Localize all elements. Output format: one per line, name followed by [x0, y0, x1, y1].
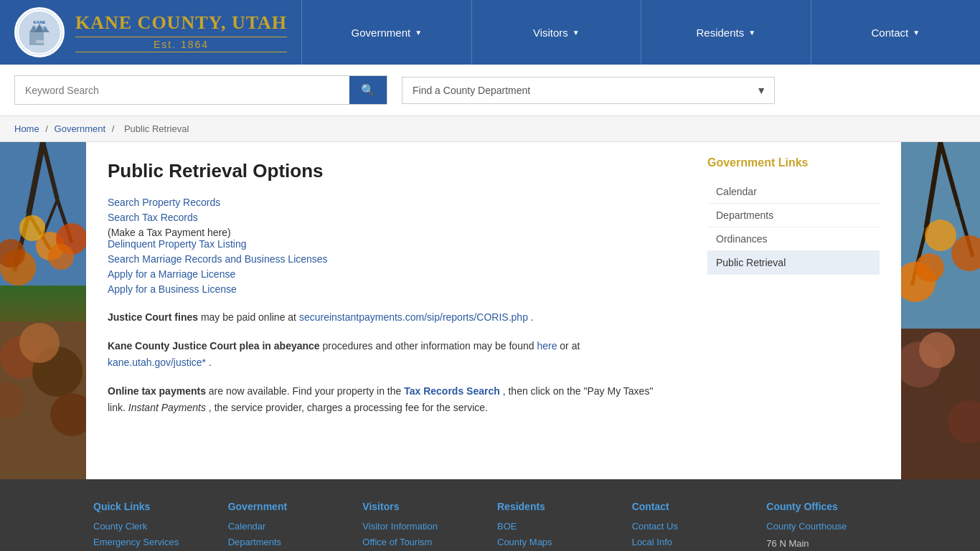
footer-link-calendar[interactable]: Calendar	[228, 521, 349, 532]
keyword-search-wrap: 🔍	[14, 75, 387, 105]
sidebar-link-calendar[interactable]: Calendar	[707, 180, 880, 204]
svg-point-25	[19, 323, 60, 363]
footer-link-courthouse[interactable]: County Courthouse	[766, 521, 887, 532]
hero-bg-left	[0, 142, 86, 479]
footer-col-quick-links: Quick Links County Clerk Emergency Servi…	[93, 501, 214, 551]
footer-link-tourism[interactable]: Office of Tourism	[362, 537, 483, 547]
search-button[interactable]: 🔍	[349, 76, 387, 104]
footer-heading-contact: Contact	[632, 501, 753, 512]
footer-link-local-info[interactable]: Local Info	[632, 537, 753, 547]
county-seal: KANE COUNTY 1899	[14, 7, 65, 57]
footer-link-departments[interactable]: Departments	[228, 537, 349, 547]
svg-point-35	[925, 220, 956, 251]
justice-court-text1: procedures and other information may be …	[323, 340, 537, 352]
justice-fines-bold: Justice Court fines	[108, 311, 198, 323]
content-area: Public Retrieval Options Search Property…	[86, 142, 693, 479]
footer-link-emergency-services[interactable]: Emergency Services	[93, 537, 214, 547]
site-subtitle: Est. 1864	[75, 37, 287, 52]
online-tax-bold: Online tax payments	[108, 385, 206, 397]
kane-utah-link[interactable]: kane.utah.gov/justice*	[108, 357, 206, 368]
tax-records-strong: Tax Records Search	[404, 385, 500, 397]
keyword-search-input[interactable]	[15, 77, 349, 103]
footer-grid: Quick Links County Clerk Emergency Servi…	[93, 501, 887, 551]
breadcrumb-separator: /	[112, 123, 117, 134]
link-property-records[interactable]: Search Property Records	[108, 197, 672, 208]
main-wrapper: Public Retrieval Options Search Property…	[0, 142, 980, 479]
link-marriage-license[interactable]: Apply for a Marriage License	[108, 268, 672, 280]
chevron-down-icon: ▼	[415, 29, 422, 37]
footer-link-visitor-info[interactable]: Visitor Information	[362, 521, 483, 532]
link-delinquent-tax[interactable]: Delinquent Property Tax Listing	[108, 238, 672, 250]
justice-court-period: .	[209, 357, 212, 368]
footer-address: 76 N MainKanab, UT 84741	[766, 538, 839, 551]
justice-court-bold: Kane County Justice Court plea in abeyan…	[108, 340, 320, 352]
svg-text:1899: 1899	[35, 39, 43, 44]
justice-court-para: Kane County Justice Court plea in abeyan…	[108, 338, 672, 370]
svg-point-19	[19, 215, 45, 241]
svg-point-21	[48, 244, 74, 270]
footer-col-residents: Residents BOE County Maps Payments	[497, 501, 618, 551]
svg-point-36	[915, 253, 944, 282]
online-tax-para: Online tax payments are now available. F…	[108, 383, 672, 415]
footer-col-visitors: Visitors Visitor Information Office of T…	[362, 501, 483, 551]
link-business-license[interactable]: Apply for a Business License	[108, 283, 672, 295]
site-name: Kane County, Utah	[75, 12, 287, 34]
nav-residents[interactable]: Residents ▼	[641, 0, 810, 65]
instant-payments-italic: Instant Payments	[128, 402, 206, 413]
site-footer: Quick Links County Clerk Emergency Servi…	[0, 479, 980, 551]
footer-heading-county-offices: County Offices	[766, 501, 887, 512]
chevron-down-icon: ▼	[913, 29, 920, 37]
chevron-down-icon: ▼	[573, 29, 580, 37]
breadcrumb-home[interactable]: Home	[14, 123, 39, 134]
svg-point-40	[919, 332, 955, 368]
footer-link-contact-us[interactable]: Contact Us	[632, 521, 753, 532]
sidebar-links: Calendar Departments Ordinances Public R…	[707, 180, 880, 275]
page-title: Public Retrieval Options	[108, 160, 672, 182]
nav-government[interactable]: Government ▼	[301, 0, 471, 65]
dept-select[interactable]: Find a County Department	[402, 77, 775, 104]
footer-heading-quick-links: Quick Links	[93, 501, 214, 512]
footer-heading-government: Government	[228, 501, 349, 512]
footer-col-government: Government Calendar Departments Ordinanc…	[228, 501, 349, 551]
breadcrumb-government[interactable]: Government	[55, 123, 106, 134]
justice-court-text2: or at	[560, 340, 580, 352]
nav-visitors[interactable]: Visitors ▼	[471, 0, 641, 65]
main-content: Public Retrieval Options Search Property…	[86, 142, 894, 479]
chevron-down-icon: ▼	[748, 29, 755, 37]
justice-fines-text1: may be paid online at	[201, 311, 299, 323]
main-nav: Government ▼ Visitors ▼ Residents ▼ Cont…	[301, 0, 980, 65]
justice-fines-link[interactable]: secureinstantpayments.com/sip/reports/CO…	[299, 311, 528, 323]
justice-fines-period: .	[531, 311, 534, 323]
sidebar-link-public-retrieval[interactable]: Public Retrieval	[707, 251, 880, 275]
search-icon: 🔍	[361, 84, 375, 96]
footer-link-boe[interactable]: BOE	[497, 521, 618, 532]
sidebar: Government Links Calendar Departments Or…	[693, 142, 894, 479]
justice-fines-para: Justice Court fines may be paid online a…	[108, 309, 672, 325]
tax-records-search-link[interactable]: Tax Records Search	[404, 385, 500, 397]
footer-heading-residents: Residents	[497, 501, 618, 512]
link-marriage-business[interactable]: Search Marriage Records and Business Lic…	[108, 253, 672, 265]
sidebar-link-departments[interactable]: Departments	[707, 204, 880, 227]
site-header: KANE COUNTY 1899 Kane County, Utah Est. …	[0, 0, 980, 65]
sidebar-link-ordinances[interactable]: Ordinances	[707, 227, 880, 251]
footer-col-county-offices: County Offices County Courthouse 76 N Ma…	[766, 501, 887, 551]
site-title-block: Kane County, Utah Est. 1864	[65, 12, 287, 52]
link-tax-records[interactable]: Search Tax Records	[108, 212, 672, 223]
nav-contact[interactable]: Contact ▼	[811, 0, 980, 65]
footer-link-county-maps[interactable]: County Maps	[497, 537, 618, 547]
breadcrumb-separator: /	[45, 123, 50, 134]
breadcrumb-current: Public Retrieval	[124, 123, 189, 134]
footer-link-county-clerk[interactable]: County Clerk	[93, 521, 214, 532]
online-tax-text1: are now available. Find your property in…	[209, 385, 404, 397]
logo-area: KANE COUNTY 1899 Kane County, Utah Est. …	[0, 0, 301, 65]
svg-rect-4	[38, 32, 44, 39]
link-tax-records-line: Search Tax Records (Make a Tax Payment h…	[108, 212, 672, 238]
dept-select-wrap: Find a County Department ▼	[402, 77, 775, 104]
here-link[interactable]: here	[537, 340, 557, 352]
sidebar-title: Government Links	[707, 156, 880, 169]
footer-heading-visitors: Visitors	[362, 501, 483, 512]
tax-records-suffix: (Make a Tax Payment here)	[108, 227, 231, 238]
retrieval-links: Search Property Records Search Tax Recor…	[108, 197, 672, 295]
footer-col-contact: Contact Contact Us Local Info Emergency	[632, 501, 753, 551]
search-area: 🔍 Find a County Department ▼	[0, 65, 980, 116]
